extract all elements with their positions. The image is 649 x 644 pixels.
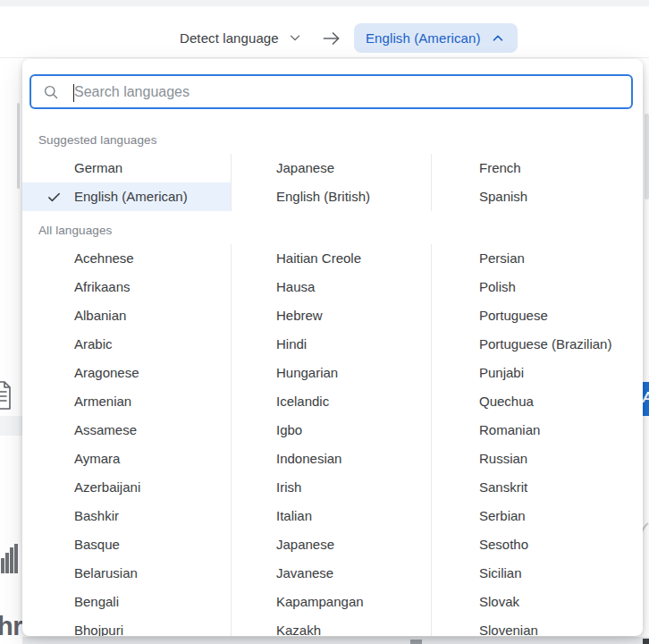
language-item-label: Aragonese (74, 365, 139, 380)
language-item[interactable]: Polish (432, 273, 643, 301)
language-item[interactable]: Kazakh (232, 616, 431, 636)
language-item[interactable]: Sanskrit (432, 473, 643, 502)
language-item[interactable]: Sesotho (432, 530, 643, 559)
document-icon[interactable] (0, 379, 13, 417)
screenshot-stage: Detect language English (American) hr A (0, 0, 649, 644)
language-item[interactable]: Japanese (232, 154, 431, 182)
suggested-languages-label: Suggested languages (38, 133, 157, 147)
language-item[interactable]: Haitian Creole (232, 244, 431, 273)
language-search-box[interactable] (30, 74, 633, 109)
language-item[interactable]: Quechua (432, 387, 643, 416)
language-item[interactable]: Portuguese (432, 301, 643, 330)
all-languages-column-2: Haitian CreoleHausaHebrewHindiHungarianI… (231, 244, 432, 636)
language-item[interactable]: Arabic (22, 330, 231, 359)
language-item[interactable]: Portuguese (Brazilian) (432, 330, 643, 359)
all-languages-column-3: PersianPolishPortuguesePortuguese (Brazi… (432, 244, 643, 636)
language-item-selected[interactable]: English (American) (22, 182, 231, 211)
language-item[interactable]: Hebrew (232, 301, 431, 330)
language-item[interactable]: Japanese (232, 530, 431, 559)
chevron-up-icon (490, 30, 506, 47)
language-picker-panel: Suggested languages GermanEnglish (Ameri… (22, 59, 643, 636)
language-item-label: English (British) (276, 189, 370, 204)
language-item[interactable]: Italian (232, 502, 431, 530)
language-item[interactable]: Slovak (432, 588, 643, 616)
language-item[interactable]: Icelandic (232, 387, 431, 416)
language-item[interactable]: Bhojpuri (22, 616, 231, 636)
language-item-label: Sanskrit (479, 479, 527, 495)
language-item[interactable]: Slovenian (432, 616, 643, 636)
language-item[interactable]: Hausa (232, 273, 431, 301)
language-item-label: Hindi (276, 336, 307, 352)
language-item[interactable]: German (22, 154, 231, 182)
language-item[interactable]: Hindi (232, 330, 431, 359)
language-item-label: Persian (479, 250, 525, 266)
language-item[interactable]: French (432, 154, 643, 182)
language-item-label: Sesotho (479, 537, 528, 552)
target-language-button[interactable]: English (American) (354, 23, 518, 53)
language-item[interactable]: Armenian (22, 387, 231, 416)
language-item-label: Bhojpuri (74, 623, 123, 636)
language-item[interactable]: Aymara (22, 445, 231, 473)
language-item[interactable]: Belarusian (22, 559, 231, 588)
language-item[interactable]: Javanese (232, 559, 431, 588)
left-gray-band (0, 416, 22, 436)
left-scrollbar-thumb[interactable] (17, 103, 20, 189)
language-item-label: Icelandic (276, 394, 329, 409)
language-item-label: Afrikaans (74, 279, 131, 294)
language-item-label: Azerbaijani (74, 479, 140, 495)
language-item[interactable]: Persian (432, 244, 643, 273)
language-toolbar: Detect language English (American) (0, 6, 649, 58)
right-scrollbar-thumb[interactable] (645, 114, 649, 199)
suggested-column-2: JapaneseEnglish (British) (231, 154, 432, 211)
bottom-fragment (410, 640, 422, 644)
all-languages-grid: AcehneseAfrikaansAlbanianArabicAragonese… (22, 244, 643, 636)
language-item[interactable]: Igbo (232, 416, 431, 445)
language-item[interactable]: Russian (432, 445, 643, 473)
text-caret (73, 84, 74, 102)
language-item-label: Romanian (479, 422, 540, 437)
search-input[interactable] (74, 84, 631, 100)
language-item[interactable]: Spanish (432, 182, 643, 211)
check-icon (46, 190, 62, 205)
language-item-label: Javanese (276, 565, 333, 580)
language-item-label: Quechua (479, 394, 534, 409)
language-item[interactable]: Aragonese (22, 359, 231, 387)
language-item-label: Portuguese (Brazilian) (479, 336, 611, 352)
language-item[interactable]: Sicilian (432, 559, 643, 588)
language-item[interactable]: Punjabi (432, 359, 643, 387)
language-item-label: Punjabi (479, 365, 524, 380)
language-item[interactable]: Serbian (432, 502, 643, 530)
language-item-label: Arabic (74, 336, 113, 352)
language-item[interactable]: Indonesian (232, 445, 431, 473)
language-item-label: Acehnese (74, 250, 134, 266)
suggested-column-3: FrenchSpanish (432, 154, 643, 211)
source-language-button[interactable]: Detect language (180, 25, 303, 50)
language-item[interactable]: Bengali (22, 588, 231, 616)
language-item-label: Kapampangan (276, 594, 364, 609)
language-item-label: Japanese (276, 160, 334, 175)
bottom-page-strip (22, 637, 649, 644)
all-languages-column-1: AcehneseAfrikaansAlbanianArabicAragonese… (22, 244, 231, 636)
arrow-right-icon (320, 27, 343, 50)
language-item-label: Italian (276, 508, 312, 523)
language-item-label: Serbian (479, 508, 526, 523)
language-item[interactable]: Azerbaijani (22, 473, 231, 502)
language-item-label: Polish (479, 279, 516, 294)
language-item[interactable]: English (British) (232, 182, 431, 211)
language-item[interactable]: Romanian (432, 416, 643, 445)
language-item-label: English (American) (74, 189, 188, 204)
language-item-label: Armenian (74, 394, 131, 409)
language-item[interactable]: Acehnese (22, 244, 231, 273)
target-language-label: English (American) (366, 30, 481, 46)
language-item[interactable]: Bashkir (22, 502, 231, 530)
language-item[interactable]: Basque (22, 530, 231, 559)
language-item-label: Spanish (479, 189, 527, 204)
source-language-label: Detect language (180, 30, 279, 46)
language-item[interactable]: Afrikaans (22, 273, 231, 301)
language-item[interactable]: Assamese (22, 416, 231, 445)
language-item[interactable]: Irish (232, 473, 431, 502)
language-item[interactable]: Hungarian (232, 359, 431, 387)
language-item[interactable]: Albanian (22, 301, 231, 330)
language-item[interactable]: Kapampangan (232, 588, 431, 616)
all-languages-label: All languages (38, 224, 112, 237)
